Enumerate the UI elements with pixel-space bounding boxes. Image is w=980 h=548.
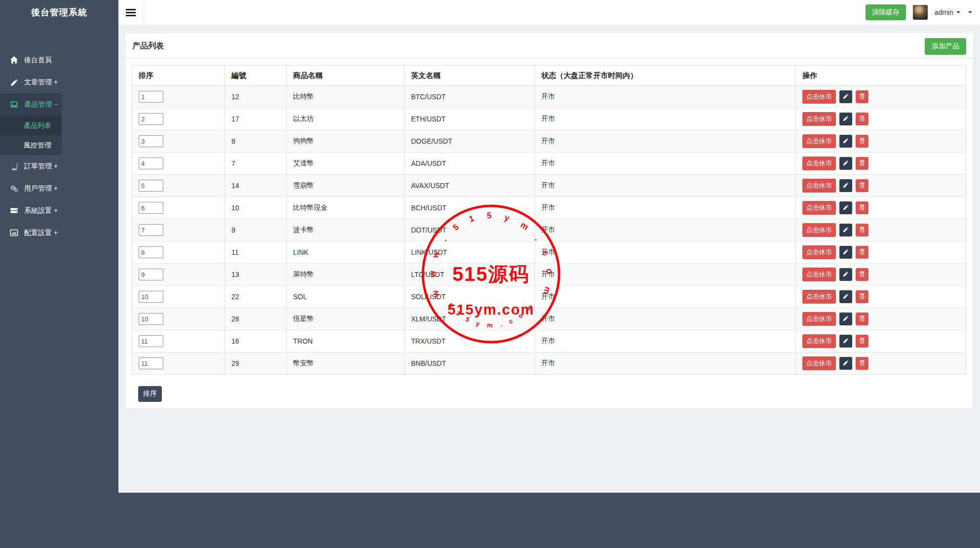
edit-button[interactable]	[839, 224, 852, 236]
user-dropdown[interactable]: admin	[935, 8, 960, 16]
suspend-market-button[interactable]: 点击休市	[802, 112, 836, 126]
edit-button[interactable]	[839, 135, 852, 148]
table-wrap: 排序 編號 商品名稱 英文名稱 状态（大盘正常开市时间内） 操作 12	[132, 65, 966, 402]
home-icon	[10, 56, 18, 64]
edit-button[interactable]	[839, 157, 852, 170]
product-name-cell: LINK	[287, 241, 405, 264]
suspend-market-button[interactable]: 点击休市	[802, 157, 836, 170]
sort-order-input[interactable]	[139, 180, 163, 192]
sidebar-item-config-settings[interactable]: 配置設置 +	[0, 222, 118, 244]
product-status-cell: 开市	[535, 130, 796, 153]
product-status-cell: 开市	[535, 197, 796, 219]
suspend-market-button[interactable]: 点击休市	[802, 334, 836, 348]
trash-icon	[859, 137, 865, 145]
sidebar-menu: 後台首頁 文章管理 + 產品管理 − 產品列表 風控管理 訂單管理 +	[0, 49, 118, 244]
delete-button[interactable]	[856, 90, 868, 103]
edit-button[interactable]	[839, 246, 852, 259]
pencil-icon	[843, 249, 849, 256]
sort-order-input[interactable]	[139, 113, 163, 125]
suspend-market-button[interactable]: 点击休市	[802, 201, 836, 215]
pencil-icon	[843, 227, 849, 234]
chevron-down-icon[interactable]	[968, 11, 972, 13]
sort-order-input[interactable]	[139, 269, 163, 280]
edit-button[interactable]	[839, 290, 852, 303]
delete-button[interactable]	[856, 135, 868, 148]
table-row: 17 以太坊 ETH/USDT 开市 点击休市	[132, 108, 966, 130]
pencil-icon	[843, 271, 849, 278]
sort-order-input[interactable]	[139, 202, 163, 214]
suspend-market-button[interactable]: 点击休市	[802, 356, 836, 370]
product-id-cell: 28	[225, 308, 287, 330]
sort-order-input[interactable]	[139, 335, 163, 347]
trash-icon	[859, 315, 865, 323]
sidebar-item-label: 用戶管理 +	[24, 184, 58, 193]
edit-button[interactable]	[839, 113, 852, 125]
sort-order-input[interactable]	[139, 157, 163, 169]
sidebar-item-label: 文章管理 +	[24, 78, 58, 87]
sort-order-input[interactable]	[139, 135, 163, 147]
sort-submit-button[interactable]: 排序	[138, 386, 162, 402]
sidebar-item-articles[interactable]: 文章管理 +	[0, 71, 118, 93]
suspend-market-button[interactable]: 点击休市	[802, 268, 836, 281]
sort-order-input[interactable]	[139, 224, 163, 236]
delete-button[interactable]	[856, 157, 868, 170]
delete-button[interactable]	[856, 268, 868, 281]
edit-button[interactable]	[839, 335, 852, 348]
suspend-market-button[interactable]: 点击休市	[802, 312, 836, 326]
sidebar-subitem-product-list[interactable]: 產品列表	[0, 116, 62, 135]
header-id: 編號	[225, 66, 287, 86]
product-status-cell: 开市	[535, 219, 796, 241]
edit-button[interactable]	[839, 268, 852, 281]
trash-icon	[859, 93, 865, 101]
sort-order-input[interactable]	[139, 246, 163, 258]
product-status-cell: 开市	[535, 264, 796, 286]
suspend-market-button[interactable]: 点击休市	[802, 90, 836, 104]
suspend-market-button[interactable]: 点击休市	[802, 223, 836, 237]
sort-order-input[interactable]	[139, 357, 163, 369]
delete-button[interactable]	[856, 335, 868, 348]
avatar[interactable]	[913, 5, 928, 20]
sidebar-item-dashboard[interactable]: 後台首頁	[0, 49, 118, 71]
product-status-cell: 开市	[535, 330, 796, 352]
delete-button[interactable]	[856, 313, 868, 325]
header-sort: 排序	[132, 66, 225, 86]
suspend-market-button[interactable]: 点击休市	[802, 134, 836, 148]
edit-button[interactable]	[839, 201, 852, 214]
product-en-name-cell: ETH/USDT	[405, 108, 535, 130]
suspend-market-button[interactable]: 点击休市	[802, 179, 836, 193]
table-row: 13 萊特幣 LTC/USDT 开市 点击休市	[132, 264, 966, 286]
clear-cache-button[interactable]: 清除緩存	[866, 4, 906, 20]
delete-button[interactable]	[856, 201, 868, 214]
header-en-name: 英文名稱	[405, 66, 535, 86]
delete-button[interactable]	[856, 290, 868, 303]
delete-button[interactable]	[856, 179, 868, 192]
book-icon	[10, 162, 18, 170]
sidebar-toggle-button[interactable]	[118, 0, 143, 25]
sidebar-item-system-settings[interactable]: 系統設置 +	[0, 199, 118, 222]
pencil-icon	[843, 160, 849, 167]
trash-icon	[859, 204, 865, 212]
suspend-market-button[interactable]: 点击休市	[802, 290, 836, 304]
sidebar-subitem-risk-control[interactable]: 風控管理	[0, 135, 62, 155]
delete-button[interactable]	[856, 246, 868, 259]
table-row: 9 波卡幣 DOT/USDT 开市 点击休市	[132, 219, 966, 241]
product-en-name-cell: DOGE/USDT	[405, 130, 535, 153]
topbar-right: 清除緩存 admin	[866, 0, 972, 25]
delete-button[interactable]	[856, 224, 868, 236]
add-product-button[interactable]: 添加产品	[925, 38, 966, 55]
delete-button[interactable]	[856, 113, 868, 125]
edit-button[interactable]	[839, 179, 852, 192]
trash-icon	[859, 226, 865, 234]
suspend-market-button[interactable]: 点击休市	[802, 245, 836, 259]
sidebar-item-orders[interactable]: 訂單管理 +	[0, 155, 118, 177]
product-name-cell: 萊特幣	[287, 264, 405, 286]
sort-order-input[interactable]	[139, 313, 163, 325]
edit-button[interactable]	[839, 357, 852, 370]
sidebar-item-products[interactable]: 產品管理 −	[0, 93, 62, 116]
edit-button[interactable]	[839, 313, 852, 325]
delete-button[interactable]	[856, 357, 868, 370]
sort-order-input[interactable]	[139, 91, 163, 103]
sort-order-input[interactable]	[139, 291, 163, 303]
edit-button[interactable]	[839, 90, 852, 103]
sidebar-item-users[interactable]: 用戶管理 +	[0, 177, 118, 199]
